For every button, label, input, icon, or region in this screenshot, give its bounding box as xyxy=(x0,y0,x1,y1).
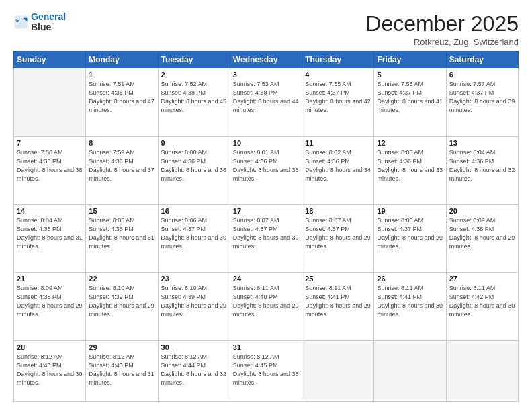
day-info: Sunrise: 7:53 AM Sunset: 4:38 PM Dayligh… xyxy=(233,80,299,115)
day-number: 12 xyxy=(377,139,443,147)
day-number: 8 xyxy=(89,139,154,147)
calendar-cell: 21 Sunrise: 8:09 AM Sunset: 4:38 PM Dayl… xyxy=(14,273,86,340)
calendar-cell xyxy=(14,68,86,136)
calendar-header-friday: Friday xyxy=(374,52,446,68)
calendar-week-row: 14 Sunrise: 8:04 AM Sunset: 4:36 PM Dayl… xyxy=(14,204,519,272)
day-info: Sunrise: 8:10 AM Sunset: 4:39 PM Dayligh… xyxy=(161,284,227,319)
day-info: Sunrise: 8:11 AM Sunset: 4:41 PM Dayligh… xyxy=(305,284,371,319)
month-title: December 2025 xyxy=(365,12,519,36)
calendar-header-row: SundayMondayTuesdayWednesdayThursdayFrid… xyxy=(14,52,519,68)
day-info: Sunrise: 8:00 AM Sunset: 4:36 PM Dayligh… xyxy=(161,148,227,183)
calendar-cell: 20 Sunrise: 8:09 AM Sunset: 4:38 PM Dayl… xyxy=(446,204,518,272)
day-number: 6 xyxy=(449,71,515,79)
day-info: Sunrise: 7:56 AM Sunset: 4:37 PM Dayligh… xyxy=(377,80,443,115)
calendar-cell: 17 Sunrise: 8:07 AM Sunset: 4:37 PM Dayl… xyxy=(230,204,302,272)
calendar-cell: 5 Sunrise: 7:56 AM Sunset: 4:37 PM Dayli… xyxy=(374,68,446,136)
calendar-header-monday: Monday xyxy=(86,52,158,68)
day-number: 16 xyxy=(161,207,227,215)
calendar-header-wednesday: Wednesday xyxy=(230,52,302,68)
day-number: 14 xyxy=(17,207,83,215)
day-info: Sunrise: 7:51 AM Sunset: 4:38 PM Dayligh… xyxy=(89,80,154,115)
day-number: 19 xyxy=(377,207,443,215)
day-number: 24 xyxy=(233,275,299,283)
logo-text: General Blue xyxy=(31,12,66,33)
day-info: Sunrise: 8:11 AM Sunset: 4:40 PM Dayligh… xyxy=(233,284,299,319)
calendar-table: SundayMondayTuesdayWednesdayThursdayFrid… xyxy=(13,51,519,402)
day-number: 21 xyxy=(17,275,83,283)
day-info: Sunrise: 8:12 AM Sunset: 4:43 PM Dayligh… xyxy=(17,353,83,387)
page: G General Blue December 2025 Rotkreuz, Z… xyxy=(0,0,532,411)
day-info: Sunrise: 7:58 AM Sunset: 4:36 PM Dayligh… xyxy=(17,148,83,183)
day-number: 31 xyxy=(233,343,299,351)
calendar-cell: 4 Sunrise: 7:55 AM Sunset: 4:37 PM Dayli… xyxy=(302,68,374,136)
calendar-cell: 15 Sunrise: 8:05 AM Sunset: 4:36 PM Dayl… xyxy=(86,204,158,272)
calendar-cell: 30 Sunrise: 8:12 AM Sunset: 4:44 PM Dayl… xyxy=(158,340,230,402)
day-number: 5 xyxy=(377,71,443,79)
calendar-cell: 9 Sunrise: 8:00 AM Sunset: 4:36 PM Dayli… xyxy=(158,136,230,204)
calendar-cell: 24 Sunrise: 8:11 AM Sunset: 4:40 PM Dayl… xyxy=(230,273,302,340)
day-number: 23 xyxy=(161,275,227,283)
calendar-cell: 6 Sunrise: 7:57 AM Sunset: 4:37 PM Dayli… xyxy=(446,68,518,136)
day-info: Sunrise: 8:06 AM Sunset: 4:37 PM Dayligh… xyxy=(161,216,227,251)
day-info: Sunrise: 8:12 AM Sunset: 4:45 PM Dayligh… xyxy=(233,353,299,387)
day-info: Sunrise: 8:07 AM Sunset: 4:37 PM Dayligh… xyxy=(305,216,371,251)
day-info: Sunrise: 8:04 AM Sunset: 4:36 PM Dayligh… xyxy=(449,148,515,183)
day-info: Sunrise: 8:08 AM Sunset: 4:37 PM Dayligh… xyxy=(377,216,443,251)
calendar-cell xyxy=(374,340,446,402)
calendar-week-row: 28 Sunrise: 8:12 AM Sunset: 4:43 PM Dayl… xyxy=(14,340,519,402)
logo-icon: G xyxy=(13,15,28,30)
svg-text:G: G xyxy=(15,18,19,23)
calendar-header-thursday: Thursday xyxy=(302,52,374,68)
day-number: 2 xyxy=(161,71,227,79)
calendar-cell: 7 Sunrise: 7:58 AM Sunset: 4:36 PM Dayli… xyxy=(14,136,86,204)
day-number: 1 xyxy=(89,71,154,79)
calendar-cell: 22 Sunrise: 8:10 AM Sunset: 4:39 PM Dayl… xyxy=(86,273,158,340)
logo: G General Blue xyxy=(13,12,66,33)
calendar-cell: 2 Sunrise: 7:52 AM Sunset: 4:38 PM Dayli… xyxy=(158,68,230,136)
calendar-cell: 18 Sunrise: 8:07 AM Sunset: 4:37 PM Dayl… xyxy=(302,204,374,272)
day-info: Sunrise: 8:04 AM Sunset: 4:36 PM Dayligh… xyxy=(17,216,83,251)
day-info: Sunrise: 8:09 AM Sunset: 4:38 PM Dayligh… xyxy=(449,216,515,251)
day-info: Sunrise: 8:11 AM Sunset: 4:41 PM Dayligh… xyxy=(377,284,443,319)
calendar-header-sunday: Sunday xyxy=(14,52,86,68)
day-number: 29 xyxy=(89,343,154,351)
calendar-cell: 10 Sunrise: 8:01 AM Sunset: 4:36 PM Dayl… xyxy=(230,136,302,204)
day-number: 25 xyxy=(305,275,371,283)
day-number: 26 xyxy=(377,275,443,283)
day-number: 18 xyxy=(305,207,371,215)
calendar-cell: 12 Sunrise: 8:03 AM Sunset: 4:36 PM Dayl… xyxy=(374,136,446,204)
calendar-cell xyxy=(302,340,374,402)
calendar-header-tuesday: Tuesday xyxy=(158,52,230,68)
calendar-cell: 31 Sunrise: 8:12 AM Sunset: 4:45 PM Dayl… xyxy=(230,340,302,402)
logo-line1: General xyxy=(31,11,66,22)
day-number: 22 xyxy=(89,275,154,283)
day-info: Sunrise: 8:03 AM Sunset: 4:36 PM Dayligh… xyxy=(377,148,443,183)
day-number: 11 xyxy=(305,139,371,147)
day-info: Sunrise: 8:11 AM Sunset: 4:42 PM Dayligh… xyxy=(449,284,515,319)
day-number: 9 xyxy=(161,139,227,147)
day-number: 7 xyxy=(17,139,83,147)
day-info: Sunrise: 7:52 AM Sunset: 4:38 PM Dayligh… xyxy=(161,80,227,115)
day-info: Sunrise: 8:07 AM Sunset: 4:37 PM Dayligh… xyxy=(233,216,299,251)
day-number: 10 xyxy=(233,139,299,147)
calendar-cell: 3 Sunrise: 7:53 AM Sunset: 4:38 PM Dayli… xyxy=(230,68,302,136)
day-number: 20 xyxy=(449,207,515,215)
day-info: Sunrise: 8:05 AM Sunset: 4:36 PM Dayligh… xyxy=(89,216,154,251)
calendar-cell: 28 Sunrise: 8:12 AM Sunset: 4:43 PM Dayl… xyxy=(14,340,86,402)
day-info: Sunrise: 7:59 AM Sunset: 4:36 PM Dayligh… xyxy=(89,148,154,183)
calendar-cell: 23 Sunrise: 8:10 AM Sunset: 4:39 PM Dayl… xyxy=(158,273,230,340)
day-number: 30 xyxy=(161,343,227,351)
calendar-cell: 8 Sunrise: 7:59 AM Sunset: 4:36 PM Dayli… xyxy=(86,136,158,204)
calendar-cell: 25 Sunrise: 8:11 AM Sunset: 4:41 PM Dayl… xyxy=(302,273,374,340)
day-info: Sunrise: 8:10 AM Sunset: 4:39 PM Dayligh… xyxy=(89,284,154,319)
day-number: 28 xyxy=(17,343,83,351)
day-info: Sunrise: 7:57 AM Sunset: 4:37 PM Dayligh… xyxy=(449,80,515,115)
location: Rotkreuz, Zug, Switzerland xyxy=(365,37,519,47)
day-number: 3 xyxy=(233,71,299,79)
header: G General Blue December 2025 Rotkreuz, Z… xyxy=(13,12,519,47)
calendar-cell: 16 Sunrise: 8:06 AM Sunset: 4:37 PM Dayl… xyxy=(158,204,230,272)
day-number: 15 xyxy=(89,207,154,215)
day-number: 17 xyxy=(233,207,299,215)
calendar-cell xyxy=(446,340,518,402)
calendar-week-row: 7 Sunrise: 7:58 AM Sunset: 4:36 PM Dayli… xyxy=(14,136,519,204)
